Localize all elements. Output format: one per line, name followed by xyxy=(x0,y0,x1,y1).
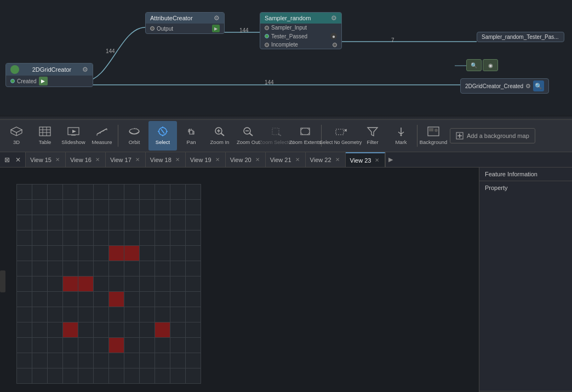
tab-view17[interactable]: View 17✕ xyxy=(106,152,146,168)
grid-cell xyxy=(155,368,170,384)
tabs-list: View 15✕View 16✕View 17✕View 18✕View 19✕… xyxy=(26,152,385,168)
select-icon xyxy=(157,126,169,138)
grid-cell xyxy=(186,368,201,384)
add-background-button[interactable]: Add a background map xyxy=(450,128,535,143)
grid-cell xyxy=(109,261,124,276)
tab-close-all-btn[interactable]: ⊠ xyxy=(2,155,12,165)
node-sampler-tester[interactable]: Sampler_random_Tester_Pas... xyxy=(477,32,564,42)
mini-icon-1[interactable]: 🔍 xyxy=(466,59,482,71)
node-attr-creator-gear[interactable]: ⚙ xyxy=(214,14,220,22)
grid-cell xyxy=(48,185,63,200)
grid-cell xyxy=(170,276,186,292)
tool-measure-label: Measure xyxy=(92,139,112,145)
grid-cell xyxy=(63,200,78,215)
grid-cell xyxy=(63,230,78,246)
tool-zoom-out[interactable]: Zoom Out xyxy=(234,121,262,151)
grid-created-gear[interactable]: ⚙ xyxy=(525,83,531,90)
toolbar: 3D Table Slideshow Measure Orbit Select xyxy=(0,119,572,152)
grid-cell xyxy=(140,353,155,368)
tab-close-6[interactable]: ✕ xyxy=(294,156,301,163)
tab-close-7[interactable]: ✕ xyxy=(334,156,341,163)
grid-cell xyxy=(155,200,170,215)
tool-zoom-in[interactable]: Zoom In xyxy=(205,121,234,151)
node-grid-creator-title: 2DGridCreator ⚙ xyxy=(6,64,93,76)
wire-label-144-left: 144 xyxy=(106,48,115,54)
node-sampler-random[interactable]: Sampler_random ⚙ Sampler_Input Tester_Pa… xyxy=(260,12,342,49)
grid-cell xyxy=(17,338,32,353)
tab-close-3[interactable]: ✕ xyxy=(174,156,181,163)
node-grid-creator-gear[interactable]: ⚙ xyxy=(82,66,88,73)
port-incomplete xyxy=(265,43,269,47)
sep-3 xyxy=(417,125,417,147)
tool-zoom-selected[interactable]: Zoom Selected xyxy=(262,121,291,151)
tool-3d[interactable]: 3D xyxy=(2,121,31,151)
tab-close-btn[interactable]: ✕ xyxy=(13,155,23,165)
svg-line-8 xyxy=(11,133,16,136)
tool-orbit[interactable]: Orbit xyxy=(120,121,148,151)
tab-view20[interactable]: View 20✕ xyxy=(226,152,266,168)
tool-pan[interactable]: Pan xyxy=(177,121,205,151)
tab-view18[interactable]: View 18✕ xyxy=(146,152,186,168)
grid-cell xyxy=(17,230,32,246)
svg-line-9 xyxy=(16,133,22,136)
grid-cell xyxy=(63,292,78,307)
grid-cell xyxy=(78,200,94,215)
grid-cell xyxy=(32,292,48,307)
tab-view23[interactable]: View 23✕ xyxy=(346,152,386,168)
grid-cell xyxy=(109,368,124,384)
tab-view15[interactable]: View 15✕ xyxy=(26,152,66,168)
svg-rect-10 xyxy=(39,127,50,136)
tab-close-0[interactable]: ✕ xyxy=(54,156,61,163)
svg-rect-37 xyxy=(272,128,279,135)
tab-close-1[interactable]: ✕ xyxy=(94,156,101,163)
tab-view21[interactable]: View 21✕ xyxy=(266,152,306,168)
inspect-created[interactable]: ▶ xyxy=(39,77,48,85)
output-inspect-btn[interactable]: ▶ xyxy=(212,25,220,32)
grid-cell xyxy=(124,322,140,338)
tool-zoom-out-label: Zoom Out xyxy=(237,139,260,145)
tool-measure[interactable]: Measure xyxy=(88,121,116,151)
grid-cell xyxy=(170,200,186,215)
filter-icon xyxy=(367,126,379,138)
tool-zoom-extents[interactable]: Zoom Extents xyxy=(291,121,319,151)
svg-line-29 xyxy=(161,129,164,134)
node-sampler-random-gear[interactable]: ⚙ xyxy=(331,14,337,22)
grid-cell xyxy=(32,322,48,338)
svg-marker-4 xyxy=(11,127,22,132)
tool-slideshow-label: Slideshow xyxy=(61,139,85,145)
tool-background[interactable]: Background xyxy=(419,121,448,151)
node-grid-creator[interactable]: 2DGridCreator ⚙ Created ▶ xyxy=(5,63,93,87)
grid-created-search[interactable]: 🔍 xyxy=(533,80,544,91)
tab-view19[interactable]: View 19✕ xyxy=(186,152,226,168)
node-attr-creator[interactable]: AttributeCreator ⚙ Output ▶ xyxy=(145,12,225,34)
tab-close-5[interactable]: ✕ xyxy=(254,156,261,163)
node-attr-creator-port-output: Output ▶ xyxy=(146,24,224,33)
svg-point-48 xyxy=(401,135,402,136)
grid-cell xyxy=(186,276,201,292)
tab-view16[interactable]: View 16✕ xyxy=(66,152,106,168)
node-grid-created[interactable]: 2DGridCreator_Created ⚙ 🔍 xyxy=(460,78,549,94)
tab-close-2[interactable]: ✕ xyxy=(134,156,141,163)
grid-cell xyxy=(48,200,63,215)
tool-filter[interactable]: Filter xyxy=(358,121,387,151)
tabs-scroll-right[interactable]: ▶ xyxy=(385,152,395,168)
grid-cell xyxy=(17,185,32,200)
mini-icon-2[interactable]: ◉ xyxy=(483,59,498,71)
view-panel xyxy=(0,168,479,392)
grid-cell xyxy=(170,338,186,353)
zoom-in-icon xyxy=(214,126,226,138)
tool-table[interactable]: Table xyxy=(31,121,59,151)
grid-cell xyxy=(155,338,170,353)
port-dot-created xyxy=(10,79,15,83)
tab-close-8[interactable]: ✕ xyxy=(374,157,380,164)
tool-slideshow[interactable]: Slideshow xyxy=(59,121,88,151)
tool-select[interactable]: Select xyxy=(148,121,177,151)
grid-cell xyxy=(17,215,32,230)
tool-mark[interactable]: Mark xyxy=(387,121,415,151)
grid-cell xyxy=(170,353,186,368)
tab-view22[interactable]: View 22✕ xyxy=(306,152,346,168)
tool-select-no-geo[interactable]: Select No Geometry xyxy=(323,121,358,151)
grid-cell xyxy=(94,322,109,338)
tab-close-4[interactable]: ✕ xyxy=(214,156,221,163)
grid-cell xyxy=(63,185,78,200)
